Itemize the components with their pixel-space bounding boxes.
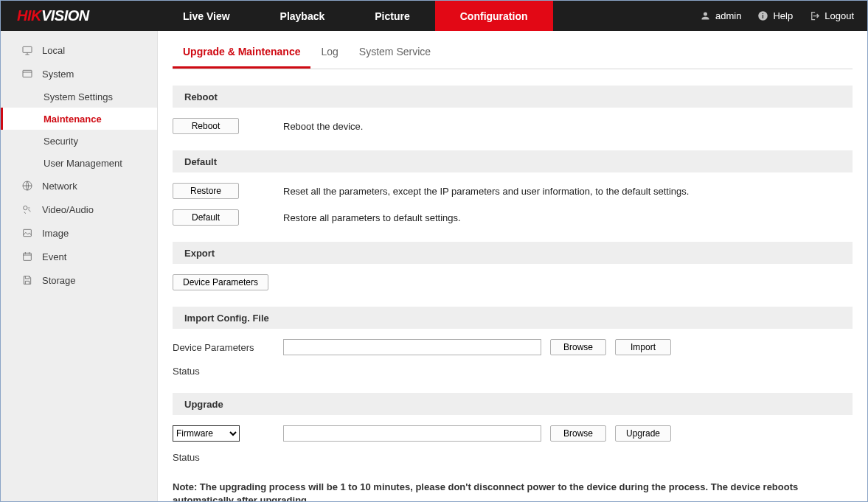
sidebar-item-system[interactable]: System [1, 62, 157, 86]
sidebar-item-image[interactable]: Image [1, 221, 157, 245]
upgrade-button[interactable]: Upgrade [615, 425, 671, 442]
import-status-label: Status [173, 366, 200, 377]
logout-link[interactable]: Logout [809, 10, 854, 21]
sidebar-item-video-audio[interactable]: Video/Audio [1, 198, 157, 221]
upgrade-note: Note: The upgrading process will be 1 to… [173, 481, 853, 501]
nav-live-view[interactable]: Live View [158, 1, 255, 31]
sidebar-item-label: Image [42, 228, 69, 239]
svg-rect-2 [23, 46, 32, 52]
nav-configuration[interactable]: Configuration [435, 1, 553, 31]
sidebar-item-label: System [42, 69, 74, 80]
svg-rect-3 [23, 70, 32, 77]
export-device-parameters-button[interactable]: Device Parameters [173, 274, 268, 290]
restore-button[interactable]: Restore [173, 183, 239, 199]
top-right: admin i Help Logout [700, 1, 867, 31]
section-title: Upgrade [173, 393, 853, 415]
import-label: Device Parameters [173, 342, 283, 353]
user-label: admin [715, 10, 741, 21]
upgrade-status-label: Status [173, 452, 200, 463]
section-title: Reboot [173, 86, 853, 108]
nav-playback[interactable]: Playback [255, 1, 350, 31]
sidebar-item-label: Local [42, 45, 65, 56]
sidebar-item-local[interactable]: Local [1, 38, 157, 62]
svg-point-5 [24, 206, 27, 209]
sidebar-item-label: Network [42, 181, 77, 192]
logo-white: VISION [41, 7, 89, 24]
default-desc: Restore all parameters to default settin… [283, 212, 461, 223]
reboot-button[interactable]: Reboot [173, 118, 239, 134]
logout-label: Logout [824, 10, 854, 21]
save-icon [21, 274, 33, 286]
help-label: Help [773, 10, 793, 21]
sidebar-item-system-settings[interactable]: System Settings [1, 86, 157, 108]
section-upgrade: Upgrade Firmware Browse Upgrade Status [173, 393, 853, 463]
help-link[interactable]: i Help [757, 10, 793, 21]
logo: HIKVISION [1, 1, 158, 31]
svg-rect-6 [24, 229, 32, 236]
image-icon [21, 227, 33, 239]
import-button[interactable]: Import [615, 339, 671, 355]
nav-picture[interactable]: Picture [350, 1, 434, 31]
section-import: Import Config. File Device Parameters Br… [173, 307, 853, 377]
tab-log[interactable]: Log [310, 37, 348, 69]
tab-upgrade-maintenance[interactable]: Upgrade & Maintenance [173, 37, 310, 69]
sidebar-item-maintenance[interactable]: Maintenance [1, 108, 157, 130]
svg-rect-7 [24, 253, 32, 260]
upgrade-path-input[interactable] [283, 425, 541, 442]
sidebar-item-label: Event [42, 251, 66, 262]
sidebar-item-network[interactable]: Network [1, 174, 157, 198]
section-default: Default Restore Reset all the parameters… [173, 150, 853, 226]
sidebar: Local System System Settings Maintenance… [1, 31, 158, 501]
help-icon: i [757, 10, 768, 21]
monitor-icon [21, 44, 33, 56]
sidebar-item-label: Video/Audio [42, 204, 94, 215]
calendar-icon [21, 251, 33, 262]
section-export: Export Device Parameters [173, 242, 853, 290]
import-path-input[interactable] [283, 339, 541, 355]
import-browse-button[interactable]: Browse [550, 339, 606, 355]
user-icon [700, 10, 711, 21]
upgrade-browse-button[interactable]: Browse [550, 425, 606, 442]
section-title: Import Config. File [173, 307, 853, 329]
logo-red: HIK [17, 7, 41, 24]
sidebar-item-event[interactable]: Event [1, 245, 157, 268]
sidebar-item-storage[interactable]: Storage [1, 268, 157, 292]
section-title: Default [173, 150, 853, 172]
tab-system-service[interactable]: System Service [349, 37, 441, 69]
restore-desc: Reset all the parameters, except the IP … [283, 186, 689, 197]
content: Upgrade & Maintenance Log System Service… [158, 31, 867, 501]
camera-audio-icon [21, 203, 33, 215]
sidebar-item-user-management[interactable]: User Management [1, 152, 157, 174]
sidebar-item-label: Storage [42, 275, 76, 286]
default-button[interactable]: Default [173, 209, 239, 226]
logout-icon [809, 10, 820, 21]
globe-icon [21, 180, 33, 192]
window-icon [21, 68, 33, 80]
top-bar: HIKVISION Live View Playback Picture Con… [1, 1, 867, 31]
top-nav: Live View Playback Picture Configuration [158, 1, 700, 31]
svg-text:i: i [763, 13, 764, 20]
sidebar-item-security[interactable]: Security [1, 130, 157, 152]
user-menu[interactable]: admin [700, 10, 741, 21]
section-reboot: Reboot Reboot Reboot the device. [173, 86, 853, 134]
reboot-desc: Reboot the device. [283, 121, 363, 132]
section-title: Export [173, 242, 853, 264]
upgrade-type-select[interactable]: Firmware [173, 425, 240, 442]
content-tabs: Upgrade & Maintenance Log System Service [173, 37, 853, 69]
